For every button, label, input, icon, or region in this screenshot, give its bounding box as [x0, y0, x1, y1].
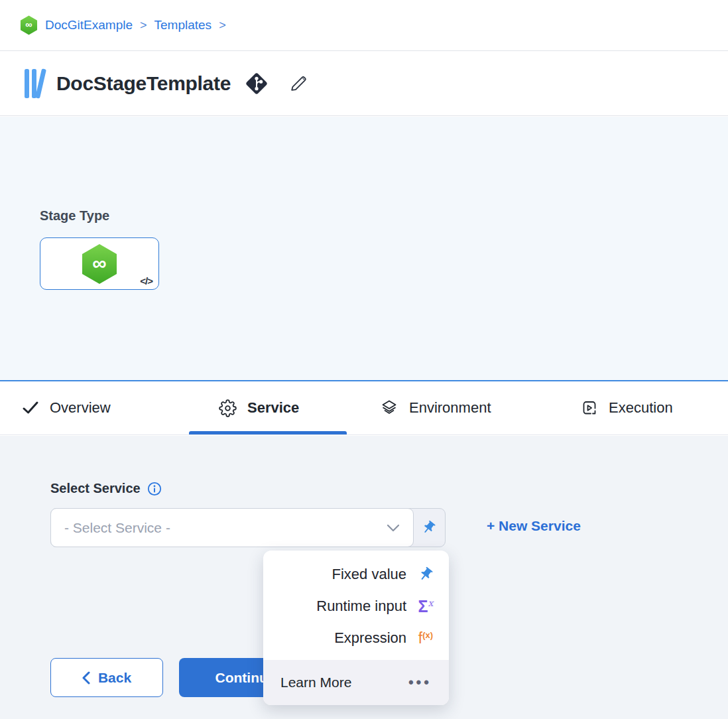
select-service-label: Select Service — [50, 481, 141, 496]
menu-item-label: Expression — [334, 629, 406, 647]
select-service-label-row: Select Service — [50, 481, 162, 496]
back-button[interactable]: Back — [50, 658, 163, 697]
pin-icon — [413, 562, 438, 586]
service-select-dropdown[interactable]: - Select Service - — [50, 508, 414, 547]
tab-environment[interactable]: Environment — [380, 381, 491, 434]
breadcrumb-project-link[interactable]: DocGitExample — [45, 18, 133, 33]
breadcrumb: ∞ DocGitExample > Templates > — [0, 0, 728, 51]
tab-overview[interactable]: Overview — [22, 381, 111, 434]
stage-type-section: Stage Type ∞ </> — [0, 117, 728, 380]
harness-ci-logo-icon: ∞ — [81, 243, 118, 285]
stage-tab-bar: Overview Service Environment Execution — [0, 380, 728, 435]
service-select-placeholder: - Select Service - — [64, 520, 387, 536]
input-type-menu: Fixed value Runtime input Σx Expression … — [263, 551, 449, 705]
input-type-menu-items: Fixed value Runtime input Σx Expression … — [263, 551, 449, 654]
tab-service[interactable]: Service — [219, 381, 299, 434]
svg-text:∞: ∞ — [25, 19, 32, 30]
gear-icon — [219, 399, 237, 417]
chevron-left-icon — [82, 671, 90, 685]
tab-label: Service — [247, 399, 299, 417]
edit-title-button[interactable] — [288, 73, 309, 94]
tab-execution[interactable]: Execution — [581, 381, 673, 434]
breadcrumb-separator: > — [140, 19, 147, 33]
breadcrumb-separator: > — [219, 19, 226, 33]
pin-icon — [418, 517, 439, 538]
more-options-dots-icon[interactable]: ••• — [408, 674, 432, 691]
code-icon: </> — [140, 275, 152, 287]
svg-text:∞: ∞ — [92, 252, 106, 274]
harness-ci-logo-icon: ∞ — [20, 15, 38, 35]
tab-label: Overview — [50, 399, 111, 417]
tab-label: Execution — [609, 399, 673, 417]
new-service-button[interactable]: + New Service — [487, 518, 581, 534]
stage-type-card-ci[interactable]: ∞ </> — [40, 237, 159, 290]
info-icon[interactable] — [147, 482, 162, 496]
git-remote-badge-icon — [243, 70, 270, 97]
chevron-down-icon — [387, 524, 400, 532]
input-type-pin-button[interactable] — [412, 509, 445, 547]
breadcrumb-templates-link[interactable]: Templates — [154, 18, 212, 33]
pencil-icon — [288, 73, 309, 94]
menu-item-label: Runtime input — [316, 598, 406, 615]
stage-template-page: ∞ DocGitExample > Templates > DocStageTe… — [0, 0, 728, 719]
stage-type-label: Stage Type — [40, 208, 109, 224]
page-title: DocStageTemplate — [56, 72, 231, 95]
title-bar: DocStageTemplate — [0, 52, 728, 116]
template-library-icon — [24, 68, 46, 99]
play-box-icon — [581, 399, 598, 417]
learn-more-link[interactable]: Learn More — [280, 675, 351, 690]
tab-label: Environment — [409, 399, 491, 417]
menu-item-fixed-value[interactable]: Fixed value — [263, 558, 449, 590]
input-type-menu-footer: Learn More ••• — [263, 660, 449, 705]
sigma-x-icon: Σx — [416, 598, 436, 615]
active-tab-indicator — [189, 431, 347, 434]
menu-item-label: Fixed value — [332, 566, 406, 583]
check-icon — [22, 399, 39, 417]
fx-icon: f(x) — [416, 631, 436, 646]
service-select-widget: - Select Service - — [50, 508, 446, 547]
layers-icon — [380, 399, 398, 417]
menu-item-runtime-input[interactable]: Runtime input Σx — [263, 590, 449, 622]
menu-item-expression[interactable]: Expression f(x) — [263, 622, 449, 654]
back-button-label: Back — [98, 670, 131, 686]
